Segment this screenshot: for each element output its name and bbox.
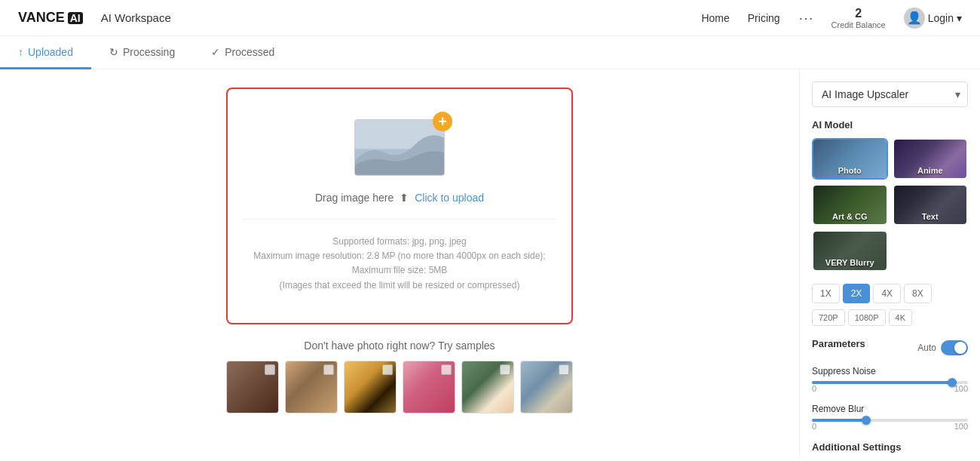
remove-blur-min: 0 xyxy=(812,422,816,431)
scale-2x[interactable]: 2X xyxy=(843,284,871,303)
tab-processing[interactable]: ↻ Processing xyxy=(91,37,193,69)
credit-balance: 2 Credit Balance xyxy=(831,7,886,29)
res-4k[interactable]: 4K xyxy=(889,309,912,326)
logo-vance-text: VANCE xyxy=(18,10,65,26)
model-text[interactable]: Text xyxy=(893,184,969,226)
remove-blur-thumb[interactable] xyxy=(862,416,871,425)
remove-blur-labels: 0 100 xyxy=(812,422,968,431)
header: VANCEAI AI Workspace Home Pricing ⋯ 2 Cr… xyxy=(0,0,980,36)
sample-4-checkbox[interactable] xyxy=(441,364,452,375)
sample-2-checkbox[interactable] xyxy=(323,364,334,375)
logo[interactable]: VANCEAI xyxy=(18,10,83,26)
placeholder-image xyxy=(354,119,445,176)
login-button[interactable]: 👤 Login ▾ xyxy=(904,8,962,29)
sample-1-checkbox[interactable] xyxy=(265,364,275,375)
remove-blur-fill xyxy=(812,419,866,422)
tab-processed-label: Processed xyxy=(225,46,274,58)
model-grid: Photo Anime Art & CG Text VERY Blurry xyxy=(812,138,968,272)
parameters-title: Parameters xyxy=(812,338,865,349)
sample-3-checkbox[interactable] xyxy=(382,364,393,375)
scale-1x[interactable]: 1X xyxy=(812,284,840,303)
suppress-noise-label: Suppress Noise xyxy=(812,366,968,376)
sample-image-5[interactable] xyxy=(461,361,514,413)
sample-images-container xyxy=(226,361,573,413)
sample-image-4[interactable] xyxy=(403,361,455,413)
remove-blur-slider[interactable]: 0 100 xyxy=(812,419,968,431)
tab-processing-label: Processing xyxy=(123,46,175,58)
logo-ai-text: AI xyxy=(68,12,83,24)
nav-pricing[interactable]: Pricing xyxy=(748,12,780,24)
processed-tab-icon: ✓ xyxy=(211,46,220,58)
sample-image-1[interactable] xyxy=(226,361,279,413)
model-art[interactable]: Art & CG xyxy=(812,184,888,226)
scale-4x[interactable]: 4X xyxy=(873,284,901,303)
model-select-container: AI Image Upscaler AI Image Denoiser AI I… xyxy=(812,81,968,107)
res-720p[interactable]: 720P xyxy=(812,309,845,326)
click-to-upload[interactable]: Click to upload xyxy=(415,192,484,204)
tabs-bar: ↑ Uploaded ↻ Processing ✓ Processed xyxy=(0,36,980,69)
suppress-noise-track xyxy=(812,381,968,384)
divider xyxy=(243,219,556,220)
ai-model-section-title: AI Model xyxy=(812,119,968,131)
upload-placeholder: + xyxy=(354,119,445,180)
sample-image-6[interactable] xyxy=(520,361,573,413)
auto-label: Auto xyxy=(917,343,936,353)
samples-title: Don't have photo right now? Try samples xyxy=(304,340,495,352)
toggle-knob xyxy=(954,342,966,354)
apps-icon[interactable]: ⋯ xyxy=(798,9,813,27)
upload-area: + Drag image here ⬆ Click to upload Supp… xyxy=(0,69,799,457)
model-anime-label: Anime xyxy=(894,166,967,175)
dropzone[interactable]: + Drag image here ⬆ Click to upload Supp… xyxy=(226,88,573,324)
suppress-noise-fill xyxy=(812,381,952,384)
suppress-noise-thumb[interactable] xyxy=(948,378,957,387)
drag-text: Drag image here xyxy=(315,192,394,204)
upload-tab-icon: ↑ xyxy=(18,46,23,58)
sample-5-checkbox[interactable] xyxy=(500,364,510,375)
model-anime[interactable]: Anime xyxy=(893,138,969,180)
parameters-header: Parameters Auto xyxy=(812,338,968,357)
suppress-noise-min: 0 xyxy=(812,384,816,393)
header-title: AI Workspace xyxy=(101,11,171,24)
suppress-noise-max: 100 xyxy=(954,384,968,393)
sample-6-checkbox[interactable] xyxy=(559,364,569,375)
auto-toggle[interactable]: Auto xyxy=(917,340,968,355)
tab-uploaded-label: Uploaded xyxy=(28,46,73,58)
right-sidebar: AI Image Upscaler AI Image Denoiser AI I… xyxy=(799,69,980,457)
suppress-noise-slider[interactable]: 0 100 xyxy=(812,381,968,393)
header-nav: Home Pricing ⋯ 2 Credit Balance 👤 Login … xyxy=(701,7,962,29)
res-1080p[interactable]: 1080P xyxy=(848,309,886,326)
tab-uploaded[interactable]: ↑ Uploaded xyxy=(0,37,91,69)
scale-buttons: 1X 2X 4X 8X xyxy=(812,284,968,303)
add-image-button[interactable]: + xyxy=(433,112,452,131)
remove-blur-max: 100 xyxy=(954,422,968,431)
main-content: + Drag image here ⬆ Click to upload Supp… xyxy=(0,69,980,457)
model-select-dropdown[interactable]: AI Image Upscaler AI Image Denoiser AI I… xyxy=(812,81,968,107)
credit-count: 2 xyxy=(855,7,862,20)
processing-tab-icon: ↻ xyxy=(109,46,118,58)
auto-toggle-switch[interactable] xyxy=(941,340,968,355)
user-avatar-icon: 👤 xyxy=(904,8,925,29)
scale-8x[interactable]: 8X xyxy=(904,284,932,303)
model-blurry-label: VERY Blurry xyxy=(813,258,887,267)
resolution-buttons: 720P 1080P 4K xyxy=(812,309,968,326)
supported-formats-text: Supported formats: jpg, png, jpeg Maximu… xyxy=(243,235,556,293)
suppress-noise-labels: 0 100 xyxy=(812,384,968,393)
model-art-label: Art & CG xyxy=(813,212,887,221)
sample-image-2[interactable] xyxy=(285,361,338,413)
upload-instructions: Drag image here ⬆ Click to upload xyxy=(315,192,484,204)
model-text-label: Text xyxy=(894,212,967,221)
model-photo-label: Photo xyxy=(813,166,887,175)
model-photo[interactable]: Photo xyxy=(812,138,888,180)
tab-processed[interactable]: ✓ Processed xyxy=(193,37,292,69)
credit-label: Credit Balance xyxy=(831,20,886,29)
remove-blur-track xyxy=(812,419,968,422)
sample-image-3[interactable] xyxy=(344,361,397,413)
remove-blur-label: Remove Blur xyxy=(812,404,968,414)
model-blurry[interactable]: VERY Blurry xyxy=(812,230,888,272)
chevron-down-icon: ▾ xyxy=(957,12,962,24)
nav-home[interactable]: Home xyxy=(701,12,729,24)
upload-icon: ⬆ xyxy=(400,192,409,204)
login-label: Login xyxy=(928,12,954,24)
additional-settings-title: Additional Settings xyxy=(812,441,968,453)
